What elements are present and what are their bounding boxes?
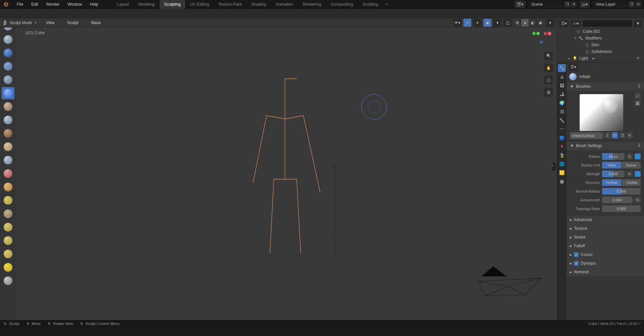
brush-name-input[interactable]: Inflate/Deflate xyxy=(570,132,603,139)
gizmo-options-button[interactable]: ▾ xyxy=(473,19,481,27)
menu-file[interactable]: File xyxy=(13,1,27,8)
unit-scene-button[interactable]: Scene xyxy=(622,162,641,169)
autosmooth-pressure-icon[interactable]: ✎ xyxy=(635,197,641,203)
workspace-tab-scripting[interactable]: Scripting xyxy=(358,0,383,9)
sculpt-tool-scrape[interactable] xyxy=(2,167,14,180)
brush-copy-button[interactable]: ❐ xyxy=(619,132,625,138)
radius-pressure-icon[interactable]: ✎ xyxy=(627,153,633,159)
sculpt-tool-grab[interactable] xyxy=(2,194,14,206)
shading-options-button[interactable]: ▾ xyxy=(546,19,554,27)
brush-settings-header[interactable]: ▼ Brush Settings ⠿ xyxy=(567,141,644,150)
sculpt-tool-draw-sharp[interactable] xyxy=(2,33,14,46)
wireframe-shading-button[interactable]: ⊞ xyxy=(514,19,521,26)
sculpt-tool-simplify[interactable] xyxy=(2,275,14,287)
workspace-add-button[interactable]: + xyxy=(383,1,391,8)
scene-new-button[interactable]: ❐ xyxy=(564,1,570,7)
viewlayer-delete-button[interactable]: ✕ xyxy=(635,1,641,7)
prop-tab-particles[interactable]: 🔵 xyxy=(558,134,566,142)
inflate-button[interactable]: + Inflate xyxy=(602,179,621,186)
workspace-tab-modeling[interactable]: Modeling xyxy=(134,0,160,9)
sculpt-tool-clay-strips[interactable] xyxy=(2,60,14,72)
dyntopo-checkbox[interactable]: ✓ xyxy=(574,261,579,266)
view-menu[interactable]: View xyxy=(42,19,59,26)
outliner-mode-button[interactable]: ☰▾ xyxy=(559,20,569,27)
sculpt-tool-flatten[interactable] xyxy=(2,141,14,153)
strength-pressure-icon[interactable]: ✎ xyxy=(627,171,633,177)
sculpt-tool-pinch[interactable] xyxy=(2,181,14,193)
sculpt-tool-snake-hook[interactable] xyxy=(2,221,14,233)
texture-panel-header[interactable]: ▸Texture xyxy=(567,224,644,233)
brush-expand-button[interactable]: ⤢ xyxy=(635,93,641,99)
sculpt-tool-thumb[interactable] xyxy=(2,234,14,247)
outliner-row-light[interactable]: ▸💡Light●👁 xyxy=(557,55,644,62)
prop-tab-mesh[interactable]: 🌐 xyxy=(558,160,566,168)
prop-tab-constraint[interactable]: 🍃 xyxy=(558,151,566,159)
viewlayer-new-button[interactable]: ❐ xyxy=(629,1,635,7)
workspace-tab-rendering[interactable]: Rendering xyxy=(298,0,326,9)
deflate-button[interactable]: − Deflat xyxy=(622,179,641,186)
outliner-row-cube-002[interactable]: ▽Cube.002 xyxy=(557,28,644,35)
prop-tab-active-tool[interactable]: 🔧 xyxy=(558,64,566,72)
falloff-panel-header[interactable]: ▸Falloff xyxy=(567,242,644,250)
perspective-icon[interactable]: ▦ xyxy=(544,88,553,96)
outliner-row-modifiers[interactable]: ▾🔧Modifiers xyxy=(557,35,644,42)
brush-users-count[interactable]: 2 xyxy=(604,132,610,138)
prop-tab-scene[interactable]: 🌍 xyxy=(558,99,566,107)
camera-icon[interactable]: 🎥 xyxy=(544,76,553,84)
prop-tab-object[interactable]: 🔧 xyxy=(558,116,566,124)
mask-menu[interactable]: Mask xyxy=(87,19,105,26)
pan-icon[interactable]: ✋ xyxy=(544,64,553,72)
normal-radius-input[interactable]: 0.500 xyxy=(602,188,641,195)
menu-help[interactable]: Help xyxy=(86,1,102,8)
sculpt-tool-smooth[interactable] xyxy=(2,127,14,139)
remesh-panel-header[interactable]: ▸Remesh xyxy=(567,268,644,276)
brushes-panel-header[interactable]: ▼ Brushes ⠿ xyxy=(567,82,644,91)
sculpt-tool-elastic[interactable] xyxy=(2,208,14,220)
fake-user-button[interactable]: 🛡 xyxy=(612,132,618,138)
viewlayer-browse-button[interactable]: 🗂▾ xyxy=(580,1,590,8)
autosmooth-input[interactable]: 0.000 xyxy=(602,197,633,203)
sculpt-tool-nudge[interactable] xyxy=(2,261,14,273)
gizmo-button[interactable]: ↗ xyxy=(463,19,471,27)
strength-input[interactable]: 0.500 xyxy=(602,171,625,177)
prop-tab-render[interactable]: 🖨 xyxy=(558,73,566,81)
matcap-shading-button[interactable]: ◐ xyxy=(529,19,536,26)
outliner-filter-button[interactable]: ▼ xyxy=(634,20,642,27)
prop-tab-world[interactable]: ⛓ xyxy=(558,108,566,116)
workspace-tab-compositing[interactable]: Compositing xyxy=(326,0,358,9)
prop-tab-view-layer[interactable]: 🏞 xyxy=(558,90,566,98)
zoom-icon[interactable]: 🔍 xyxy=(544,52,553,60)
strength-unified-icon[interactable]: 🌐 xyxy=(635,171,641,177)
stroke-panel-header[interactable]: ▸Stroke xyxy=(567,233,644,242)
toporake-input[interactable]: 0.000 xyxy=(602,205,641,212)
prop-tab-physics[interactable]: 🔻 xyxy=(558,142,566,150)
scene-name-field[interactable]: Scene xyxy=(528,1,562,8)
radius-unified-icon[interactable]: 🌐 xyxy=(635,153,641,159)
outliner-search-input[interactable] xyxy=(583,20,632,27)
sculpt-tool-pose[interactable] xyxy=(2,248,14,260)
cursor-checkbox[interactable]: ✓ xyxy=(574,252,579,257)
split-handle[interactable]: ‹ xyxy=(552,163,555,171)
workspace-tab-texture-paint[interactable]: Texture Paint xyxy=(214,0,247,9)
overlay-options-button[interactable]: ▾ xyxy=(493,19,502,27)
prop-pin-button[interactable]: ☰▾ xyxy=(569,63,578,71)
unit-view-button[interactable]: View xyxy=(602,162,621,169)
viewlayer-field[interactable]: View Layer xyxy=(592,1,626,8)
sculpt-tool-crease[interactable] xyxy=(2,114,14,126)
advanced-panel-header[interactable]: ▸Advanced xyxy=(567,215,644,224)
outliner-row-skin[interactable]: ◫Skin xyxy=(557,42,644,48)
dot-icon[interactable]: ● xyxy=(592,56,594,61)
workspace-tab-layout[interactable]: Layout xyxy=(112,0,134,9)
workspace-tab-animation[interactable]: Animation xyxy=(271,0,298,9)
dyntopo-panel-header[interactable]: ▸✓Dyntopo xyxy=(567,259,644,268)
workspace-tab-shading[interactable]: Shading xyxy=(247,0,271,9)
workspace-tab-sculpting[interactable]: Sculpting xyxy=(160,0,185,9)
scene-browse-button[interactable]: 🎬▾ xyxy=(514,1,525,8)
sculpt-tool-blob[interactable] xyxy=(2,100,14,113)
visibility-eye-icon[interactable]: 👁 xyxy=(636,56,640,61)
sculpt-tool-fill[interactable] xyxy=(2,154,14,166)
sculpt-tool-layer[interactable] xyxy=(2,74,14,86)
outliner-display-button[interactable]: ▭▾ xyxy=(571,20,581,27)
solid-shading-button[interactable]: ● xyxy=(521,19,529,26)
outliner-row-subdivision[interactable]: ◫Subdivision xyxy=(557,48,644,55)
